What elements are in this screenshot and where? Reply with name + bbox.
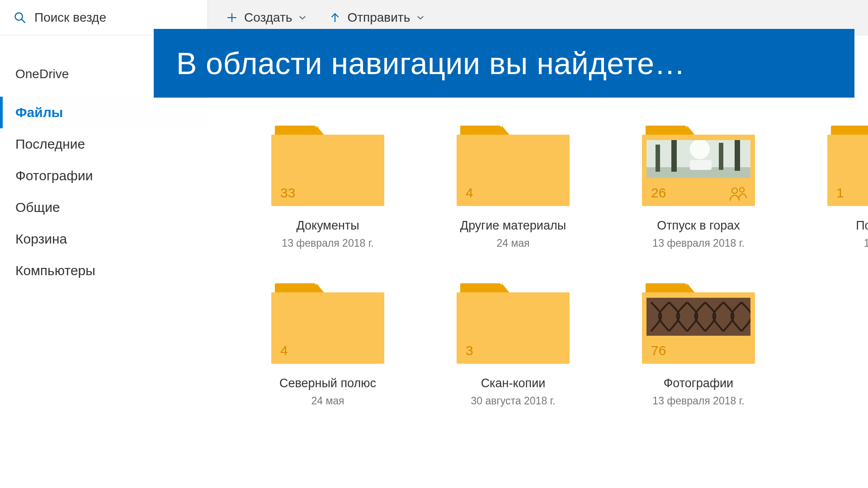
shared-icon bbox=[729, 186, 747, 202]
sidebar-item-0[interactable]: Файлы bbox=[0, 97, 208, 128]
folder-date: 13 февраля 2018 г. bbox=[642, 237, 755, 249]
folder-icon: 26 bbox=[642, 126, 755, 207]
folder-icon: 4 bbox=[457, 126, 570, 207]
folder-name: Скан-копии bbox=[457, 376, 570, 390]
folder-name: Почтовые bbox=[827, 219, 868, 233]
folders-grid: 33Документы13 февраля 2018 г.4Другие мат… bbox=[208, 126, 868, 407]
folder-name: Документы bbox=[271, 219, 384, 233]
folder-item-count: 33 bbox=[280, 185, 295, 201]
folder-tile[interactable]: 3Скан-копии30 августа 2018 г. bbox=[457, 283, 570, 407]
folder-icon: 33 bbox=[271, 126, 384, 207]
create-button[interactable]: Создать bbox=[226, 10, 307, 25]
folder-item-count: 3 bbox=[466, 343, 473, 358]
sidebar-item-4[interactable]: Корзина bbox=[0, 223, 208, 255]
folder-tile[interactable]: 4Северный полюс24 мая bbox=[271, 283, 384, 407]
folder-icon: 1 bbox=[827, 126, 868, 207]
folder-tile[interactable]: 4Другие материалы24 мая bbox=[457, 126, 570, 249]
folder-tile[interactable]: 33Документы13 февраля 2018 г. bbox=[271, 126, 384, 249]
chevron-down-icon bbox=[416, 15, 425, 20]
sidebar-item-3[interactable]: Общие bbox=[0, 192, 208, 223]
upload-icon bbox=[329, 12, 341, 23]
folder-icon: 76 bbox=[642, 283, 755, 365]
folder-date: 13 февраля 2018 г. bbox=[271, 237, 384, 249]
folder-date: 13 февраля 2018 г. bbox=[642, 395, 755, 407]
folder-item-count: 1 bbox=[836, 185, 844, 201]
folder-tile[interactable]: 26Отпуск в горах13 февраля 2018 г. bbox=[642, 126, 755, 249]
plus-icon bbox=[226, 12, 238, 23]
svg-rect-9 bbox=[671, 140, 677, 172]
folder-date: 24 мая bbox=[271, 395, 384, 407]
svg-line-1 bbox=[22, 19, 25, 23]
folder-date: 24 мая bbox=[457, 237, 570, 249]
folder-icon: 3 bbox=[457, 283, 570, 365]
main-content: 33Документы13 февраля 2018 г.4Другие мат… bbox=[208, 35, 868, 488]
folder-name: Другие материалы bbox=[457, 219, 570, 233]
folder-thumbnail bbox=[646, 298, 750, 336]
folder-item-count: 26 bbox=[651, 185, 666, 201]
search-icon bbox=[14, 11, 26, 24]
sidebar-item-2[interactable]: Фотографии bbox=[0, 160, 208, 192]
folder-name: Отпуск в горах bbox=[642, 219, 755, 233]
svg-point-14 bbox=[732, 188, 737, 193]
svg-rect-8 bbox=[656, 145, 660, 172]
upload-button[interactable]: Отправить bbox=[329, 10, 425, 25]
folder-date: 30 августа 2018 г. bbox=[457, 395, 570, 407]
folder-tile[interactable]: 76Фотографии13 февраля 2018 г. bbox=[642, 283, 755, 407]
svg-rect-11 bbox=[735, 140, 740, 171]
folder-name: Северный полюс bbox=[271, 376, 384, 390]
tutorial-banner: В области навигации вы найдете… bbox=[154, 29, 854, 98]
sidebar-item-5[interactable]: Компьютеры bbox=[0, 255, 208, 286]
folder-tile[interactable]: 1Почтовые13 февр bbox=[827, 126, 868, 249]
chevron-down-icon bbox=[298, 15, 307, 20]
folder-item-count: 4 bbox=[466, 185, 473, 201]
folder-icon: 4 bbox=[271, 283, 384, 365]
search-input[interactable] bbox=[34, 10, 208, 25]
folder-name: Фотографии bbox=[642, 376, 755, 390]
svg-rect-13 bbox=[690, 160, 712, 170]
svg-point-0 bbox=[15, 13, 23, 20]
folder-thumbnail bbox=[646, 140, 750, 178]
upload-button-label: Отправить bbox=[347, 10, 410, 25]
tutorial-banner-text: В области навигации вы найдете… bbox=[176, 46, 685, 81]
svg-rect-16 bbox=[646, 298, 750, 336]
folder-item-count: 76 bbox=[651, 343, 666, 358]
create-button-label: Создать bbox=[244, 10, 292, 25]
folder-item-count: 4 bbox=[280, 343, 288, 358]
svg-rect-10 bbox=[719, 143, 723, 170]
sidebar-item-1[interactable]: Последние bbox=[0, 128, 208, 160]
svg-point-12 bbox=[690, 140, 710, 159]
left-navigation: OneDrive ФайлыПоследниеФотографииОбщиеКо… bbox=[0, 35, 208, 488]
svg-point-15 bbox=[740, 188, 744, 192]
folder-date: 13 февр bbox=[827, 237, 868, 249]
